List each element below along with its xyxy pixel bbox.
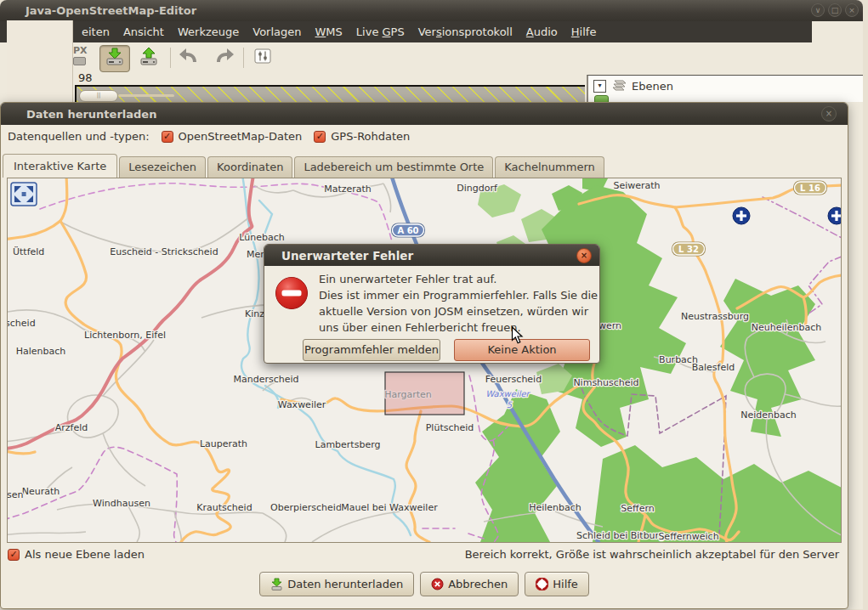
source-checkbox-1[interactable]: ✓GPS-Rohdaten [314,130,410,143]
window-title: Java-OpenStreetMap-Editor [26,4,196,17]
tab-interaktive-karte[interactable]: Interaktive Karte [3,154,117,178]
layers-panel-title: Ebenen [632,80,673,93]
menu-audio[interactable]: Audio [519,23,564,41]
map-label: Lauperath [200,438,247,449]
download-data-toolbutton[interactable] [99,45,130,72]
new-layer-checkbox-box[interactable]: ✓ [8,549,20,561]
map-label: Neurath [22,486,60,497]
map-label: Lambertsberg [315,439,381,450]
error-message: Ein unerwarteter Fehler trat auf. Dies i… [319,271,598,336]
close-window-button[interactable]: × [845,3,859,17]
map-label: Windhausen [93,498,150,509]
upload-data-toolbutton[interactable] [134,45,163,71]
map-label: Neuheilenbach [752,322,821,333]
new-layer-checkbox-label: Als neue Ebene laden [25,548,145,561]
error-dialog-titlebar[interactable]: Unerwarteter Fehler [264,245,599,266]
tab-lesezeichen[interactable]: Lesezeichen [119,156,206,178]
layer-row-icon[interactable] [594,95,609,102]
map-label: Neustrassburg [681,311,749,322]
source-checkbox-0[interactable]: ✓OpenStreetMap-Daten [162,130,303,143]
shade-window-button[interactable]: ∨ [811,3,825,17]
source-checkbox-1-box[interactable]: ✓ [314,131,326,143]
download-status-text: Bereich korrekt, Größe ist wahrscheinlic… [465,548,839,561]
tab-ladebereich-um-bestimmte-orte[interactable]: Ladebereich um bestimmte Orte [294,156,493,178]
map-label: Neidenbach [740,409,797,421]
abbrechen-button[interactable]: Abbrechen [420,572,519,596]
map-label: Waxweiler [485,389,530,398]
source-checkbox-1-label: GPS-Rohdaten [331,130,410,143]
error-icon [275,276,309,310]
upload-icon [139,47,159,69]
download-dialog-close-button[interactable]: × [821,106,837,121]
overlay-panel [7,20,73,103]
menu-wms[interactable]: WMS [309,23,349,41]
source-checkbox-0-box[interactable]: ✓ [162,131,173,143]
undo-icon [179,48,201,68]
download-icon [105,48,125,70]
partial-toolbar-icon[interactable]: PX [73,46,88,65]
scale-value: 98 [78,71,93,84]
error-dialog-title: Unerwarteter Fehler [281,249,413,263]
button-label: Hilfe [553,578,578,590]
menu-versionsprotokoll[interactable]: Versionsprotokoll [411,23,519,41]
road-badge: L 32 [672,242,706,257]
tab-kachelnummern[interactable]: Kachelnummern [495,156,604,178]
svg-text:L 16: L 16 [800,184,820,193]
error-dialog: Unerwarteter Fehler × Ein unerwarteter F… [264,244,600,364]
cancel-icon [431,578,444,590]
button-label: Daten herunterladen [287,578,403,590]
new-layer-checkbox[interactable]: ✓Als neue Ebene laden [8,548,145,561]
sources-label: Datenquellen und -typen: [8,130,150,143]
toolbar: PX [0,42,863,73]
zoom-in-marker[interactable] [733,207,750,224]
undo-toolbutton[interactable] [175,45,204,71]
map-label: Halenbach [16,346,66,357]
button-label: Abbrechen [448,578,508,590]
layers-icon [611,78,627,94]
map-label: Feuerscheid [485,374,542,385]
error-dialog-close-button[interactable]: × [576,248,592,263]
maximize-window-button[interactable]: □ [828,3,842,17]
preferences-toolbutton[interactable] [248,45,277,71]
menubar: eitenAnsichtWerkzeugeVorlagenWMSLive GPS… [0,21,812,42]
road-badge: A 60 [391,223,425,238]
download-dialog-buttons: Daten herunterladenAbbrechenHilfe [1,572,848,596]
download-tabs: Interaktive KarteLesezeichenKoordinatenL… [3,154,606,178]
map-label: Nimshuscheid [573,377,638,388]
menu-werkzeuge[interactable]: Werkzeuge [171,23,246,41]
menu-vorlagen[interactable]: Vorlagen [246,23,308,41]
preferences-icon [253,48,272,68]
hilfe-button[interactable]: Hilfe [525,572,589,596]
map-label: Schleid bei Bitburg [576,530,665,541]
zoom-slider-track[interactable] [118,94,174,97]
menu-eiten[interactable]: eiten [75,23,116,41]
map-label: Hargarten [384,389,432,400]
map-label: Dingdorf [457,183,498,194]
menu-live-gps[interactable]: Live GPS [349,23,411,41]
main-titlebar[interactable]: Java-OpenStreetMap-Editor ∨□× [0,0,863,21]
programmfehler-melden-button[interactable]: Programmfehler melden [303,339,440,361]
map-label: 5 [507,400,513,409]
map-label: Seffernweich [658,531,718,542]
download-icon [270,578,283,590]
download-dialog-titlebar[interactable]: Daten herunterladen [1,103,848,125]
map-hatch-area[interactable]: || [75,85,585,102]
tab-koordinaten[interactable]: Koordinaten [207,156,292,178]
zoom-slider[interactable]: || [79,90,118,102]
menu-ansicht[interactable]: Ansicht [116,23,171,41]
zoom-in-marker[interactable] [828,207,841,224]
layers-collapse-button[interactable]: ▾ [593,80,606,93]
help-icon [536,578,548,590]
svg-text:A 60: A 60 [397,226,418,235]
pan-icon[interactable] [11,183,37,206]
svg-text:L 32: L 32 [678,245,699,254]
map-label: Seiwerath [613,180,660,191]
map-label: Lünebach [239,232,284,243]
map-label: Seffern [621,503,654,514]
map-label: Lichtenborn, Eifel [84,330,166,341]
menu-hilfe[interactable]: Hilfe [564,23,604,41]
daten-herunterladen-button[interactable]: Daten herunterladen [259,572,414,596]
redo-toolbutton[interactable] [209,45,238,71]
screen: Java-OpenStreetMap-Editor ∨□× eitenAnsic… [0,0,868,610]
source-checkbox-0-label: OpenStreetMap-Daten [179,130,303,143]
